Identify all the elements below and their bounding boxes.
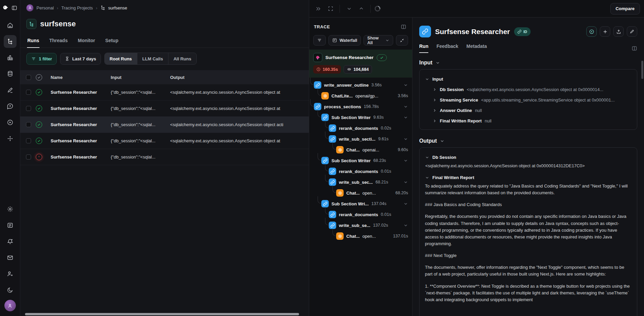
run-name-cell[interactable]: Surfsense Researcher <box>51 122 111 127</box>
table-row[interactable]: Surfsense Researcher{"db_session":"<sqla… <box>20 117 309 133</box>
sidebar-item-docs[interactable] <box>4 219 17 232</box>
status-column-icon[interactable] <box>36 74 42 81</box>
trace-node-chat-[interactable]: Chat...open...68.20s <box>309 188 412 198</box>
tab-runs[interactable]: Runs <box>27 34 39 48</box>
output-db-session-row[interactable]: Db Session <box>425 152 632 163</box>
chevron-right-icon[interactable] <box>432 87 437 92</box>
input-kv-row[interactable]: Final Written Reportnull <box>425 116 632 126</box>
table-row[interactable]: Surfsense Researcher{"db_session":"<sqla… <box>20 149 309 165</box>
sidebar-item-mail[interactable] <box>4 251 17 264</box>
run-name-cell[interactable]: Surfsense Researcher <box>51 106 111 111</box>
trace-node-write-sub-se-[interactable]: write_sub_se...137.02s <box>309 220 412 231</box>
sidebar-item-notifications[interactable] <box>4 235 17 248</box>
user-avatar[interactable] <box>4 300 16 311</box>
annotate-run-button[interactable] <box>627 26 637 37</box>
trace-node-write-sub-secti-[interactable]: write_sub_secti...9.61s <box>309 134 412 144</box>
input-section-header[interactable]: Input <box>419 60 637 66</box>
tab-feedback[interactable]: Feedback <box>436 44 458 53</box>
app-logo[interactable] <box>2 4 18 11</box>
sidebar-item-prompts[interactable] <box>4 100 17 113</box>
compare-button[interactable]: Compare <box>610 3 640 15</box>
sidebar-item-playground[interactable] <box>4 116 17 129</box>
sidebar-item-invite[interactable] <box>4 267 17 280</box>
trace-node-rerank-documents[interactable]: rerank_documents0.02s <box>309 123 412 134</box>
chevron-down-icon[interactable] <box>403 104 408 109</box>
run-name-cell[interactable]: Surfsense Researcher <box>51 90 111 95</box>
chevron-down-icon[interactable] <box>403 180 408 184</box>
row-checkbox[interactable] <box>26 106 31 111</box>
column-header-output[interactable]: Output <box>170 75 309 80</box>
input-kv-row[interactable]: Answer Outlinenull <box>425 105 632 116</box>
trace-node-sub-section-wri-[interactable]: Sub Section Wri...137.04s <box>309 198 412 209</box>
segment-llm-calls[interactable]: LLM Calls <box>137 53 168 64</box>
trace-node-rerank-documents[interactable]: rerank_documents0.01s <box>309 166 412 177</box>
trace-node-process-sections[interactable]: process_sections156.78s <box>309 101 412 112</box>
chevron-down-icon[interactable] <box>403 223 408 228</box>
run-id-pill[interactable]: ID <box>514 27 531 36</box>
collapse-all-button[interactable] <box>396 35 408 46</box>
trace-root-node[interactable]: Surfsense Researcher 160.35s 104,684 <box>309 50 412 78</box>
chevron-right-icon[interactable] <box>432 98 437 102</box>
tab-metadata[interactable]: Metadata <box>466 44 487 53</box>
chevron-down-icon[interactable] <box>403 115 408 120</box>
segment-root-runs[interactable]: Root Runs <box>105 53 137 64</box>
row-checkbox[interactable] <box>26 90 31 95</box>
table-row[interactable]: Surfsense Researcher{"db_session":"<sqla… <box>20 133 309 149</box>
output-report-row[interactable]: Final Written Report <box>425 172 632 183</box>
select-all-checkbox[interactable] <box>26 75 31 80</box>
open-in-playground-button[interactable] <box>586 26 597 37</box>
add-to-dataset-button[interactable] <box>600 26 610 37</box>
sidebar-collapse-icon[interactable] <box>10 4 18 11</box>
row-checkbox[interactable] <box>26 154 31 160</box>
share-run-button[interactable] <box>613 26 624 37</box>
date-range-button[interactable]: Last 7 days <box>60 53 101 65</box>
breadcrumb-tracing-projects[interactable]: Tracing Projects <box>61 5 93 10</box>
output-section-header[interactable]: Output <box>419 138 637 144</box>
trace-node-write-sub-sec-[interactable]: write_sub_sec...68.21s <box>309 177 412 188</box>
sidebar-item-home[interactable] <box>4 19 17 32</box>
collapse-panel-icon[interactable] <box>313 4 323 14</box>
chevron-right-icon[interactable] <box>432 108 437 113</box>
row-checkbox[interactable] <box>26 122 31 127</box>
tab-monitor[interactable]: Monitor <box>77 34 95 48</box>
trace-filter-button[interactable] <box>313 35 326 46</box>
trace-node-chatlite-[interactable]: ChatLite...openai/gp...3.56s <box>309 90 412 101</box>
run-name-cell[interactable]: Surfsense Researcher <box>51 154 111 160</box>
chevron-down-icon[interactable] <box>403 83 408 87</box>
sidebar-item-annotate[interactable] <box>4 84 17 96</box>
trace-panel-toggle-icon[interactable] <box>399 23 407 31</box>
chevron-right-icon[interactable] <box>432 119 437 123</box>
sidebar-item-theme[interactable] <box>4 284 17 296</box>
prev-run-chevron-down-icon[interactable] <box>344 4 354 14</box>
table-row[interactable]: Surfsense Researcher{"db_session":"<sqla… <box>20 100 309 117</box>
chevron-down-icon[interactable] <box>403 137 408 141</box>
horizontal-scrollbar[interactable] <box>25 313 299 315</box>
run-name-cell[interactable]: Surfsense Researcher <box>51 138 111 143</box>
detail-panel-toggle-icon[interactable] <box>632 46 637 51</box>
breadcrumb-current[interactable]: surfsense <box>100 5 127 10</box>
column-header-name[interactable]: Name <box>51 75 111 80</box>
trace-node-chat-[interactable]: Chat...openai...9.60s <box>309 144 412 155</box>
column-header-input[interactable]: Input <box>111 75 170 80</box>
sidebar-item-tracing[interactable] <box>4 35 17 48</box>
vertical-scrollbar[interactable] <box>641 61 643 79</box>
sidebar-item-dashboards[interactable] <box>4 51 17 64</box>
input-kv-row[interactable]: Streaming Service<app.utils.streaming_se… <box>425 95 632 105</box>
trace-node-write-answer-outline[interactable]: write_answer_outline3.56s <box>309 80 412 90</box>
tab-run[interactable]: Run <box>419 44 428 53</box>
sidebar-item-datasets[interactable] <box>4 67 17 80</box>
tab-setup[interactable]: Setup <box>105 34 119 48</box>
trace-node-sub-section-writer[interactable]: Sub Section Writer68.23s <box>309 155 412 166</box>
show-all-dropdown[interactable]: Show All <box>364 35 393 46</box>
detail-scroll-area[interactable]: Input Input Db Session<sqlalchemy.ext.as… <box>412 53 644 316</box>
input-group-row[interactable]: Input <box>425 74 632 84</box>
next-run-chevron-up-icon[interactable] <box>356 4 366 14</box>
row-checkbox[interactable] <box>26 138 31 143</box>
sidebar-item-settings[interactable] <box>4 203 17 216</box>
breadcrumb-personal[interactable]: Personal <box>36 5 54 10</box>
sidebar-item-deployments[interactable] <box>4 132 17 145</box>
filter-count-button[interactable]: 1 filter <box>26 53 57 65</box>
tab-threads[interactable]: Threads <box>49 34 68 48</box>
workspace-avatar[interactable] <box>26 4 33 11</box>
chevron-down-icon[interactable] <box>403 158 408 163</box>
